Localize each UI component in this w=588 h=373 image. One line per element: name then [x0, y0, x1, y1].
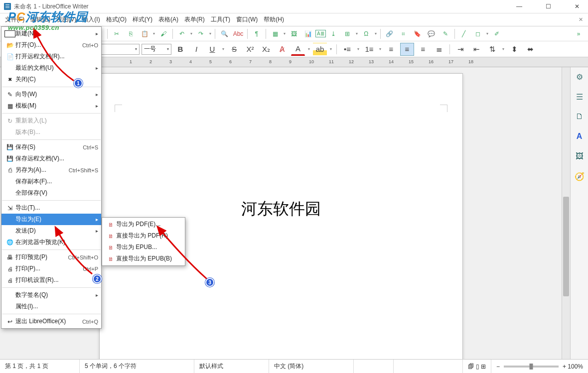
file-menu-item[interactable]: 保存远程文档(V)... — [1, 153, 101, 164]
zoom-slider-thumb[interactable] — [529, 364, 533, 370]
line-button[interactable]: ╱ — [457, 27, 470, 40]
file-menu-item[interactable]: 导出(T)... — [1, 202, 101, 214]
bookmark-button[interactable]: 🔖 — [411, 27, 424, 40]
paste-dropdown[interactable]: ▾ — [152, 31, 156, 36]
indent-decrease-button[interactable]: ⇤ — [469, 43, 483, 56]
file-menu-item[interactable]: 另存为(A)...Ctrl+Shift+S — [1, 164, 101, 176]
superscript-button[interactable]: X² — [243, 43, 257, 56]
menu-form[interactable]: 表单(R) — [181, 14, 208, 25]
export-submenu-item[interactable]: 导出为 PDF(E)... — [102, 219, 185, 230]
status-insert[interactable] — [354, 360, 394, 373]
file-menu-item[interactable]: 数字签名(Q)▸ — [1, 289, 101, 301]
status-language[interactable]: 中文 (简体) — [269, 360, 354, 373]
menu-view[interactable]: 视图(V) — [53, 14, 79, 25]
pilcrow-button[interactable]: ¶ — [250, 27, 263, 40]
bullets-button[interactable]: •≡ — [340, 43, 354, 56]
para-spacing-dec-button[interactable]: ⬌ — [523, 43, 537, 56]
file-menu-item[interactable]: 新建(N)▸ — [1, 28, 101, 39]
zoom-in-button[interactable]: + — [563, 363, 566, 370]
clone-format-button[interactable]: 🖌 — [157, 27, 170, 40]
highlight-button[interactable]: ab — [313, 43, 327, 56]
file-menu-item[interactable]: 打印机设置(R)... — [1, 274, 101, 286]
sidebar-page-icon[interactable]: 🗋 — [573, 110, 586, 123]
find-button[interactable]: 🔍 — [218, 27, 231, 40]
file-menu-item[interactable]: 打印预览(P)Ctrl+Shift+O — [1, 251, 101, 263]
document-page[interactable]: 河东软件园 — [99, 73, 463, 359]
insert-chart-button[interactable]: 📊 — [301, 27, 314, 40]
file-menu-item[interactable]: 导出为(E)▸ — [1, 214, 101, 225]
table-dropdown[interactable]: ▾ — [283, 31, 287, 36]
file-menu-item[interactable]: 模板(M)▸ — [1, 100, 101, 112]
insert-image-button[interactable]: 🖼 — [288, 27, 300, 40]
sidebar-settings-icon[interactable]: ⚙ — [573, 70, 586, 83]
paste-button[interactable]: 📋 — [138, 27, 151, 40]
file-menu-item[interactable]: 保存副本(F)... — [1, 176, 101, 187]
shapes-button[interactable]: ◻ — [471, 27, 484, 40]
cut-button[interactable]: ✂ — [110, 27, 123, 40]
menu-format[interactable]: 格式(O) — [103, 14, 130, 25]
status-style[interactable]: 默认样式 — [194, 360, 269, 373]
zoom-out-button[interactable]: − — [496, 363, 500, 370]
menu-file[interactable]: 文件(F) — [2, 14, 27, 25]
draw-button[interactable]: ✐ — [490, 27, 503, 40]
align-center-button[interactable]: ≡ — [400, 43, 414, 56]
undo-button[interactable]: ↶ — [175, 27, 188, 40]
export-submenu-item[interactable]: 直接导出为 PDF(R) — [102, 230, 185, 242]
align-left-button[interactable]: ≡ — [384, 43, 398, 56]
highlight-dropdown[interactable]: ▾ — [329, 47, 333, 51]
track-changes-button[interactable]: ✎ — [439, 27, 452, 40]
export-submenu-item[interactable]: 导出为 EPUB... — [102, 242, 185, 253]
file-menu-item[interactable]: 最近的文档(U)▸ — [1, 62, 101, 74]
bullets-dropdown[interactable]: ▾ — [356, 47, 360, 51]
spellcheck-button[interactable]: Abc — [232, 27, 245, 40]
font-color-button[interactable]: A — [291, 43, 305, 56]
file-menu-item[interactable]: 属性(I)... — [1, 301, 101, 312]
underline-dropdown[interactable]: ▾ — [221, 47, 225, 51]
align-right-button[interactable]: ≡ — [416, 43, 430, 56]
more-button[interactable]: » — [572, 27, 585, 40]
redo-button[interactable]: ↷ — [194, 27, 207, 40]
sidebar-gallery-icon[interactable]: 🖼 — [573, 150, 586, 163]
file-menu-item[interactable]: 保存(S)Ctrl+S — [1, 141, 101, 153]
align-justify-button[interactable]: ≣ — [432, 43, 446, 56]
numbering-button[interactable]: 1≡ — [362, 43, 376, 56]
file-menu-item[interactable]: 退出 LibreOffice(X)Ctrl+Q — [1, 316, 101, 327]
bold-button[interactable]: B — [173, 43, 187, 56]
status-view-icons[interactable]: 🗐 ▯ ⊞ — [463, 360, 491, 373]
maximize-button[interactable]: ☐ — [541, 1, 555, 11]
font-color-dropdown[interactable]: ▾ — [307, 47, 311, 51]
scrollbar-thumb[interactable] — [563, 197, 569, 296]
status-words[interactable]: 5 个单词，6 个字符 — [80, 360, 194, 373]
line-spacing-dropdown[interactable]: ▾ — [501, 47, 505, 51]
file-menu-item[interactable]: 在浏览器中预览(K) — [1, 237, 101, 248]
sidebar-properties-icon[interactable]: ☰ — [573, 90, 586, 103]
close-document-button[interactable]: ✕ — [576, 16, 586, 23]
clear-format-button[interactable]: A̷ — [275, 43, 289, 56]
menu-window[interactable]: 窗口(W) — [233, 14, 261, 25]
file-menu-item[interactable]: 全部保存(V) — [1, 187, 101, 199]
subscript-button[interactable]: X₂ — [259, 43, 273, 56]
menu-table[interactable]: 表格(A) — [155, 14, 181, 25]
insert-special-button[interactable]: Ω — [360, 27, 373, 40]
footnote-button[interactable]: ⌗ — [397, 27, 410, 40]
hyperlink-button[interactable]: 🔗 — [383, 27, 396, 40]
file-menu-item[interactable]: 打开(O)...Ctrl+O — [1, 39, 101, 51]
status-pages[interactable]: 第 1 页，共 1 页 — [0, 360, 80, 373]
strikethrough-button[interactable]: S — [227, 43, 241, 56]
italic-button[interactable]: I — [189, 43, 203, 56]
special-dropdown[interactable]: ▾ — [374, 31, 378, 36]
indent-increase-button[interactable]: ⇥ — [453, 43, 467, 56]
numbering-dropdown[interactable]: ▾ — [378, 47, 382, 51]
menu-styles[interactable]: 样式(Y) — [130, 14, 155, 25]
file-menu-item[interactable]: 打印(P)...Ctrl+P — [1, 263, 101, 274]
shapes-dropdown[interactable]: ▾ — [485, 31, 489, 36]
vertical-scrollbar[interactable] — [562, 67, 570, 359]
file-menu-item[interactable]: 发送(D)▸ — [1, 225, 101, 237]
para-spacing-inc-button[interactable]: ⬍ — [507, 43, 521, 56]
undo-dropdown[interactable]: ▾ — [189, 31, 193, 36]
zoom-value[interactable]: 100% — [568, 363, 583, 370]
export-submenu-item[interactable]: 直接导出为 EPUB(B) — [102, 253, 185, 264]
insert-textbox-button[interactable]: A≣ — [315, 30, 326, 37]
file-menu-item[interactable]: 向导(W)▸ — [1, 89, 101, 100]
underline-button[interactable]: U — [205, 43, 219, 56]
